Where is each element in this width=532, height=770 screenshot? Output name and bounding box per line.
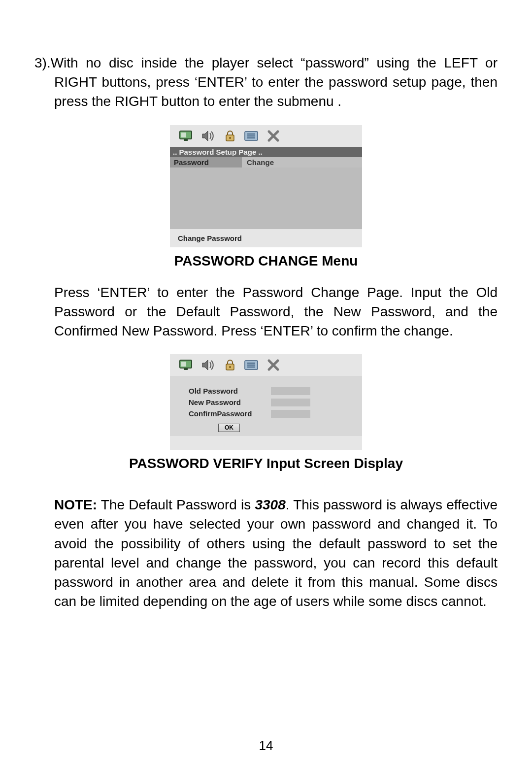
monitor-icon [178,129,196,143]
step-3-text: 3).With no disc inside the player select… [34,53,498,111]
lock-icon [221,358,239,372]
svg-point-15 [229,366,231,368]
note-paragraph: NOTE: The Default Password is 3308. This… [34,495,498,611]
preferences-icon [243,129,261,143]
svg-rect-13 [184,368,188,370]
osd-body [170,167,362,229]
preferences-icon [243,358,261,372]
row-label: Password [170,157,242,167]
svg-rect-2 [184,139,188,141]
confirm-password-field[interactable] [271,410,310,418]
close-icon [265,358,282,372]
new-password-label: New Password [189,398,265,406]
svg-rect-1 [181,133,186,137]
note-label: NOTE: [54,497,97,512]
osd-highlighted-row: Password Change [170,157,362,167]
osd-title-strip: .. Password Setup Page .. [170,147,362,157]
ok-button[interactable]: OK [218,424,240,432]
lock-icon [221,129,239,143]
old-password-label: Old Password [189,387,265,395]
password-form: Old Password New Password ConfirmPasswor… [170,376,362,436]
caption-password-change-menu: PASSWORD CHANGE Menu [34,253,498,269]
svg-point-4 [229,137,231,139]
row-value: Change [242,157,362,167]
speaker-icon [200,129,217,143]
osd-icon-bar [170,125,362,147]
note-suffix: . This password is always effective even… [54,497,498,609]
password-setup-screenshot: .. Password Setup Page .. Password Chang… [170,125,362,247]
svg-rect-12 [181,362,186,367]
osd-footer-hint: Change Password [170,229,362,247]
close-icon [265,129,282,143]
osd-icon-bar [170,354,362,376]
confirm-password-label: ConfirmPassword [189,409,265,418]
osd-footer-blank [170,436,362,450]
default-password-value: 3308 [255,497,285,512]
password-verify-screenshot: Old Password New Password ConfirmPasswor… [170,354,362,450]
monitor-icon [178,358,196,372]
speaker-icon [200,358,217,372]
caption-password-verify: PASSWORD VERIFY Input Screen Display [34,456,498,471]
old-password-field[interactable] [271,387,310,395]
new-password-field[interactable] [271,399,310,406]
note-prefix: The Default Password is [97,497,255,512]
password-change-paragraph: Press ‘ENTER’ to enter the Password Chan… [34,283,498,341]
page-number: 14 [0,738,532,753]
